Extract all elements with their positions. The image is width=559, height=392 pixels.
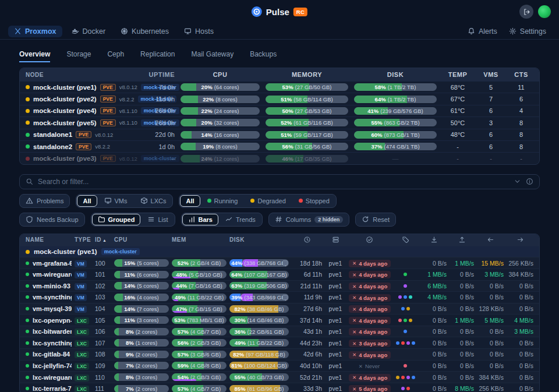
guest-row[interactable]: lxc-wireguard-69 LXC 110 8%(3 cores) 54%… — [20, 371, 539, 383]
group-cluster-badge: mock-cluster — [101, 248, 140, 255]
guest-row[interactable]: lxc-gitlab-84 LXC 108 9%(2 cores) 57%(3 … — [20, 348, 539, 360]
nav-tab-docker[interactable]: Docker — [66, 26, 112, 37]
col-type-header[interactable]: TYPE — [75, 236, 92, 243]
filter-button-columns[interactable]: Columns2 hidden — [268, 213, 349, 227]
layout-filter-option-grouped[interactable]: Grouped — [92, 214, 141, 225]
col-clock-header[interactable] — [292, 236, 322, 243]
nav-tab-hosts[interactable]: Hosts — [178, 26, 220, 37]
guest-row[interactable]: vm-syncthing-33 VM 103 16%(4 cores) 49%(… — [20, 291, 539, 303]
platform-badge: PVE — [100, 107, 116, 114]
guest-row[interactable]: vm-minio-93 VM 102 14%(5 cores) 44%(7 GB… — [20, 280, 539, 292]
col-tag-header[interactable] — [392, 236, 418, 243]
logout-button[interactable] — [519, 5, 533, 19]
node-row[interactable]: mock-cluster (pve1) PVE v8.0.12 mock-clu… — [20, 81, 539, 93]
col-cts-header[interactable]: CTS — [509, 71, 533, 78]
display-filter-option-bars[interactable]: Bars — [182, 214, 218, 225]
disk-breakdown-icon[interactable] — [282, 260, 288, 266]
usage-bar-label: 57%(4 GB/7 GB) — [172, 328, 227, 336]
usage-bar-label: 59%(4 GB/8 GB) — [172, 362, 227, 369]
col-node-header[interactable]: NODE — [26, 72, 130, 78]
section-tab-overview[interactable]: Overview — [19, 50, 50, 62]
guest-type-filter-option-lxcs[interactable]: LXCs — [135, 195, 172, 207]
nav-settings-button[interactable]: Settings — [504, 26, 551, 37]
section-tab-replication[interactable]: Replication — [140, 50, 175, 61]
info-icon[interactable] — [526, 178, 533, 185]
col-temp-header[interactable]: TEMP — [443, 71, 473, 78]
guest-row[interactable]: vm-wireguard-29 VM 101 11%(6 cores) 48%(… — [20, 269, 539, 280]
guest-type-filter-option-all[interactable]: All — [77, 195, 97, 207]
section-tabs: OverviewStorageCephReplicationMail Gatew… — [19, 50, 540, 64]
section-tab-backups[interactable]: Backups — [250, 50, 277, 61]
col-memory-header[interactable]: MEMORY — [266, 71, 348, 78]
clock-icon — [303, 236, 311, 243]
node-row[interactable]: standalone2 PVE v8.2.2 1d 0h 19%(8 cores… — [20, 140, 539, 152]
io-rate-disk-read: 6 MB/s — [421, 282, 447, 289]
guest-id: 110 — [95, 374, 111, 381]
col-name-header[interactable]: NAME — [26, 236, 72, 243]
col-cpu-header[interactable]: CPU — [114, 236, 169, 243]
node-row[interactable]: mock-cluster (pve4) PVE v8.1.10 mock-clu… — [20, 105, 539, 116]
col-mem-header[interactable]: MEM — [172, 236, 227, 243]
server-icon — [332, 236, 339, 243]
cluster-group-row[interactable]: mock-cluster (pve1) mock-cluster — [20, 246, 539, 257]
col-arrow-left-header[interactable] — [477, 236, 504, 243]
guest-row[interactable]: vm-mysql-39 VM 104 14%(7 cores) 47%(7 GB… — [20, 303, 539, 315]
search-input[interactable] — [38, 178, 509, 186]
section-tab-ceph[interactable]: Ceph — [107, 50, 124, 61]
section-tab-mail-gateway[interactable]: Mail Gateway — [191, 50, 233, 61]
guest-type-filter-option-vms[interactable]: VMs — [98, 195, 133, 207]
layout-filter-option-list[interactable]: List — [141, 214, 174, 225]
col-download-header[interactable] — [421, 236, 447, 243]
io-rate-disk-write: 0 B/s — [450, 374, 474, 381]
filter-button-reset[interactable]: Reset — [355, 213, 396, 227]
nav-tab-proxmox[interactable]: Proxmox — [8, 26, 62, 37]
node-row[interactable]: mock-cluster (pve2) PVE v8.2.2 mock-clus… — [20, 93, 539, 104]
status-filter-option-degraded[interactable]: Degraded — [245, 195, 291, 207]
io-rate-net-out: 0 B/s — [507, 374, 533, 381]
usage-bar: 64%(1 TB/2 TB) — [354, 96, 437, 103]
guest-row[interactable]: lxc-openvpn-64 LXC 105 11%(3 cores) 53%(… — [20, 314, 539, 326]
col-shield-check-header[interactable] — [349, 236, 390, 243]
col-cpu-header[interactable]: CPU — [181, 71, 260, 78]
usage-bar: 82%(97 GB/118 GB) — [229, 351, 289, 358]
col-uptime-header[interactable]: UPTIME — [136, 71, 175, 78]
status-filter-option-all[interactable]: All — [180, 195, 200, 207]
node-name: mock-cluster (pve1) — [33, 84, 97, 91]
chevron-down-icon[interactable] — [514, 178, 521, 185]
col-disk-header[interactable]: DISK — [229, 236, 289, 243]
upload-icon — [458, 236, 466, 243]
search-bar[interactable] — [19, 174, 540, 189]
usage-bar: 39%(343 GB/869 GB) — [229, 294, 289, 301]
col-upload-header[interactable] — [450, 236, 474, 243]
usage-bar-label: 41%(239 GB/576 GB) — [354, 107, 437, 115]
node-row[interactable]: standalone1 PVE v8.0.12 22d 0h 14%(16 co… — [20, 129, 539, 140]
guest-id: 105 — [95, 317, 111, 324]
filter-button-problems[interactable]: Problems — [19, 194, 70, 208]
logout-icon — [523, 8, 530, 16]
usage-bar-label: 82%(38 GB/46 GB) — [229, 305, 289, 313]
hidden-count-badge: 2 hidden — [314, 216, 343, 223]
col-server-header[interactable] — [325, 236, 346, 243]
nav-alerts-button[interactable]: Alerts — [463, 26, 502, 37]
node-row[interactable]: mock-cluster (pve5) PVE v8.1.10 mock-clu… — [20, 116, 539, 128]
col-vms-header[interactable]: VMS — [479, 71, 503, 78]
guest-row[interactable]: lxc-terraria-7 LXC 111 7%(2 cores) 57%(4… — [20, 383, 539, 392]
col-disk-header[interactable]: DISK — [354, 71, 437, 78]
status-filter-option-running[interactable]: Running — [201, 195, 244, 207]
guest-row[interactable]: lxc-syncthing-48 LXC 107 8%(1 cores) 56%… — [20, 337, 539, 348]
guest-row[interactable]: vm-grafana-64 VM 100 15%(5 cores) 52%(2 … — [20, 257, 539, 269]
node-row[interactable]: mock-cluster (pve3) PVE v8.0.12 mock-clu… — [20, 152, 539, 164]
col-id-header[interactable]: ID▲ — [95, 236, 111, 243]
col-arrow-right-header[interactable] — [507, 236, 533, 243]
disk-breakdown-icon[interactable] — [282, 295, 288, 300]
filter-button-needs-backup[interactable]: Needs Backup — [19, 213, 85, 227]
status-filter-option-stopped[interactable]: Stopped — [293, 195, 335, 207]
nav-tab-kubernetes[interactable]: Kubernetes — [115, 26, 175, 37]
display-filter-option-trends[interactable]: Trends — [220, 214, 261, 225]
usage-bar-label: 46%(17 GB/35 GB) — [266, 155, 348, 163]
guest-row[interactable]: lxc-bitwarden-41 LXC 106 8%(2 cores) 57%… — [20, 326, 539, 337]
option-label: Bars — [199, 216, 213, 223]
section-tab-storage[interactable]: Storage — [66, 50, 91, 61]
guest-row[interactable]: lxc-jellyfin-74 LXC 109 7%(2 cores) 59%(… — [20, 360, 539, 372]
tag-dot — [398, 295, 402, 299]
